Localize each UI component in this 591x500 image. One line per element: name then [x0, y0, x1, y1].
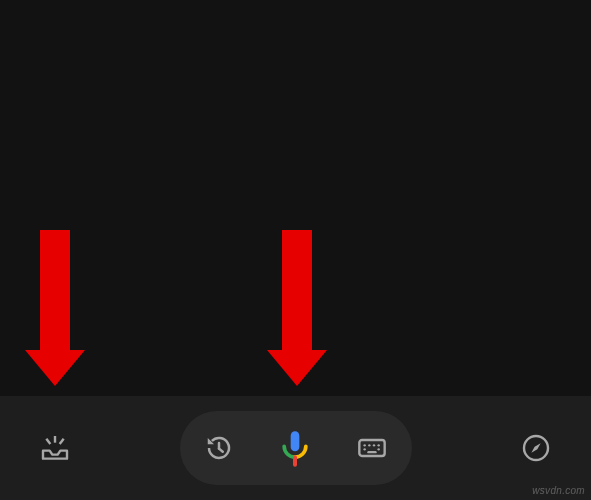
assistant-bottom-bar: [0, 396, 591, 500]
watermark-text: wsvdn.com: [532, 485, 585, 496]
svg-point-12: [377, 444, 379, 446]
history-icon: [204, 433, 234, 463]
svg-point-9: [363, 444, 365, 446]
annotation-arrow-right: [282, 230, 312, 386]
svg-rect-6: [290, 431, 299, 451]
svg-point-14: [377, 448, 379, 450]
explore-button[interactable]: [520, 432, 552, 464]
keyboard-icon: [356, 432, 388, 464]
compass-icon: [520, 432, 552, 464]
keyboard-button[interactable]: [356, 432, 388, 464]
inbox-icon: [39, 432, 71, 464]
svg-point-11: [372, 444, 374, 446]
assistant-input-pill: [180, 411, 412, 485]
svg-rect-8: [359, 440, 384, 456]
svg-rect-15: [367, 451, 376, 453]
svg-line-1: [46, 439, 50, 444]
svg-line-5: [219, 449, 223, 452]
svg-marker-17: [531, 443, 540, 452]
mic-icon: [275, 428, 315, 468]
history-button[interactable]: [204, 433, 234, 463]
mic-button[interactable]: [275, 428, 315, 468]
annotation-arrow-left: [40, 230, 70, 386]
inbox-button[interactable]: [39, 432, 71, 464]
svg-line-2: [60, 439, 64, 444]
svg-point-10: [368, 444, 370, 446]
svg-point-13: [363, 448, 365, 450]
